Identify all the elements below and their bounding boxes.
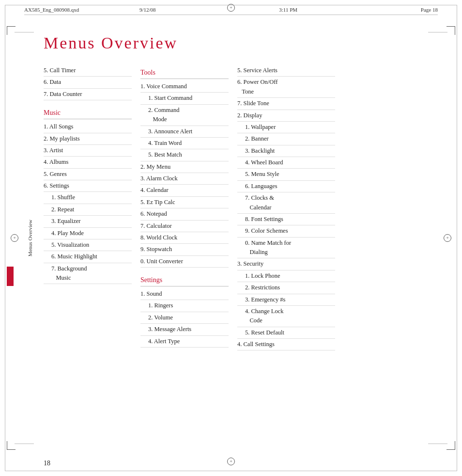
list-item: 4. Train Word bbox=[140, 139, 229, 148]
list-item: 9. Stopwatch bbox=[140, 245, 229, 254]
list-item: 3. Message Alerts bbox=[140, 325, 229, 334]
settings-heading: Settings bbox=[140, 276, 229, 284]
list-item: 3. Backlight bbox=[237, 146, 335, 156]
col3: 5. Service Alerts 6. Power On/Off Tone 7… bbox=[237, 66, 344, 351]
page-header: AX585_Eng_080908.qxd 9/12/08 3:11 PM Pag… bbox=[24, 7, 438, 15]
col1: 5. Call Timer 6. Data 7. Data Counter Mu… bbox=[44, 66, 140, 351]
columns-wrapper: 5. Call Timer 6. Data 7. Data Counter Mu… bbox=[44, 66, 438, 351]
list-item: 8. Font Settings bbox=[237, 215, 335, 224]
list-item: 4. Calendar bbox=[140, 186, 229, 195]
list-item: 5. Reset Default bbox=[237, 328, 335, 337]
main-content: Menus Overview 5. Call Timer 6. Data 7. … bbox=[44, 34, 438, 447]
list-item: 7. Clocks & Calendar bbox=[237, 193, 335, 212]
list-item: 3. Security bbox=[237, 259, 335, 269]
page-number: 18 bbox=[44, 460, 50, 467]
list-item: 3. Alarm Clock bbox=[140, 174, 229, 183]
list-item: 1. All Songs bbox=[44, 122, 132, 131]
list-item: 5. Visualization bbox=[44, 240, 132, 250]
list-item: 3. Equalizer bbox=[44, 217, 132, 226]
list-item: 6. Data bbox=[44, 78, 132, 87]
list-item: 1. Voice Command bbox=[140, 82, 229, 91]
list-item: 5. Menu Style bbox=[237, 170, 335, 179]
list-item: 2. My Menu bbox=[140, 162, 229, 172]
list-item: 7. Calculator bbox=[140, 222, 229, 231]
list-item: 6. Languages bbox=[237, 182, 335, 191]
list-item: 5. Genres bbox=[44, 170, 132, 179]
crop-mark-br bbox=[447, 441, 455, 450]
crop-mark-bl bbox=[7, 441, 15, 450]
list-item: 4. Play Mode bbox=[44, 229, 132, 238]
list-item: 6. Power On/Off Tone bbox=[237, 78, 335, 96]
page-title: Menus Overview bbox=[44, 34, 438, 52]
list-item: 6. Music Highlight bbox=[44, 252, 132, 261]
list-item: 3. Emergency #s bbox=[237, 295, 335, 304]
list-item: 9. Color Schemes bbox=[237, 226, 335, 236]
list-item: 2. Banner bbox=[237, 134, 335, 143]
list-item: 1. Lock Phone bbox=[237, 271, 335, 281]
list-item: 8. World Clock bbox=[140, 233, 229, 242]
list-item: 1. Start Command bbox=[140, 94, 229, 103]
margin-line-top-left bbox=[15, 32, 34, 32]
list-item: 6. Settings bbox=[44, 181, 132, 190]
header-time: 3:11 PM bbox=[279, 7, 297, 13]
crop-mark-tl bbox=[7, 26, 15, 35]
list-item: 4. Wheel Board bbox=[237, 158, 335, 167]
music-heading: Music bbox=[44, 109, 132, 117]
list-item: 5. Service Alerts bbox=[237, 66, 335, 75]
list-item: 2. Restrictions bbox=[237, 283, 335, 292]
reg-mark-bottom bbox=[227, 458, 235, 465]
list-item: 4. Change Lock Code bbox=[237, 307, 335, 326]
reg-mark-right bbox=[444, 234, 451, 242]
header-filename: AX585_Eng_080908.qxd bbox=[24, 7, 79, 13]
list-item: 1. Wallpaper bbox=[237, 123, 335, 132]
header-page: Page 18 bbox=[421, 7, 438, 13]
list-item: 2. My playlists bbox=[44, 134, 132, 143]
bookmark-tab bbox=[7, 267, 14, 286]
list-item: 0. Unit Converter bbox=[140, 257, 229, 266]
list-item: 1. Sound bbox=[140, 289, 229, 299]
list-item: 2. Command Mode bbox=[140, 106, 229, 125]
list-item: 7. Background Music bbox=[44, 264, 132, 283]
margin-line-top-right bbox=[428, 32, 447, 32]
list-item: 4. Alert Type bbox=[140, 337, 229, 346]
list-item: 7. Slide Tone bbox=[237, 99, 335, 108]
tools-heading: Tools bbox=[140, 69, 229, 77]
list-item: 3. Announce Alert bbox=[140, 127, 229, 136]
header-date: 9/12/08 bbox=[139, 7, 156, 13]
list-item: 5. Ez Tip Calc bbox=[140, 198, 229, 207]
list-item: 5. Call Timer bbox=[44, 66, 132, 75]
margin-line-bottom-left bbox=[15, 444, 34, 444]
sidebar-label: Menus Overview bbox=[27, 220, 33, 256]
list-item: 2. Volume bbox=[140, 313, 229, 322]
list-item: 7. Data Counter bbox=[44, 90, 132, 99]
list-item: 1. Shuffle bbox=[44, 193, 132, 202]
list-item: 0. Name Match for Dialing bbox=[237, 238, 335, 257]
list-item: 4. Call Settings bbox=[237, 340, 335, 349]
crop-mark-tr bbox=[447, 26, 455, 35]
list-item: 2. Repeat bbox=[44, 205, 132, 214]
list-item: 3. Artist bbox=[44, 146, 132, 155]
list-item: 5. Best Match bbox=[140, 150, 229, 159]
list-item: 4. Albums bbox=[44, 158, 132, 167]
list-item: 6. Notepad bbox=[140, 209, 229, 219]
col2: Tools 1. Voice Command 1. Start Command … bbox=[140, 66, 237, 351]
list-item: 1. Ringers bbox=[140, 301, 229, 310]
list-item: 2. Display bbox=[237, 111, 335, 120]
